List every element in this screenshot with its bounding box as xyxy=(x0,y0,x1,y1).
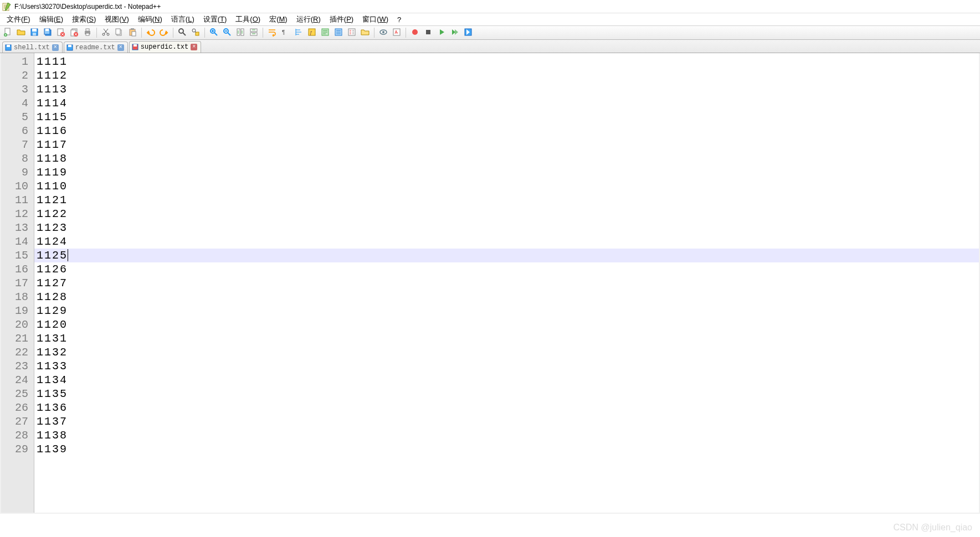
svg-rect-50 xyxy=(134,44,137,47)
disk-icon xyxy=(66,44,73,51)
svg-rect-20 xyxy=(116,29,120,34)
line-number: 20 xyxy=(1,318,28,332)
tab-readme-txt[interactable]: readme.txt× xyxy=(64,42,128,53)
text-line[interactable]: 1137 xyxy=(37,415,979,428)
text-line[interactable]: 1111 xyxy=(37,55,979,69)
tool-save-all[interactable] xyxy=(42,27,54,39)
text-line[interactable]: 1132 xyxy=(37,345,979,359)
text-line[interactable]: 1118 xyxy=(37,152,979,166)
menu-o[interactable]: 工具(O) xyxy=(231,14,265,25)
tool-play-macro[interactable] xyxy=(435,27,448,39)
line-number: 11 xyxy=(1,193,28,207)
text-line[interactable]: 1113 xyxy=(37,82,979,96)
menu-p[interactable]: 插件(P) xyxy=(325,14,358,25)
tool-paste[interactable] xyxy=(126,27,138,39)
menu-s[interactable]: 搜索(S) xyxy=(68,14,100,25)
tool-open[interactable] xyxy=(15,27,27,39)
text-line[interactable]: 1129 xyxy=(37,304,979,318)
menu-help[interactable]: ? xyxy=(393,15,406,24)
text-line[interactable]: 1115 xyxy=(37,110,979,124)
tool-sync-v[interactable] xyxy=(234,27,247,39)
text-line[interactable]: 1139 xyxy=(37,442,979,456)
editor[interactable]: 1234567891011121314151617181920212223242… xyxy=(1,53,979,513)
text-line[interactable]: 1123 xyxy=(37,221,979,235)
tool-show-all[interactable]: ¶ xyxy=(279,27,291,39)
line-number: 21 xyxy=(1,332,28,345)
tab-close-icon[interactable]: × xyxy=(191,44,197,50)
line-number: 26 xyxy=(1,401,28,415)
menu-w[interactable]: 窗口(W) xyxy=(358,14,393,25)
text-line[interactable]: 1120 xyxy=(37,318,979,332)
tab-close-icon[interactable]: × xyxy=(117,44,124,51)
tool-close[interactable] xyxy=(55,27,67,39)
tool-save-macro[interactable] xyxy=(462,27,474,39)
tool-close-all[interactable] xyxy=(68,27,80,39)
text-line[interactable]: 1114 xyxy=(37,96,979,110)
svg-rect-5 xyxy=(33,33,36,35)
tool-record-macro[interactable] xyxy=(409,27,421,39)
text-line[interactable]: 1136 xyxy=(37,401,979,415)
new-icon xyxy=(3,28,12,38)
menu-t[interactable]: 设置(T) xyxy=(199,14,232,25)
menu-e[interactable]: 编辑(E) xyxy=(35,14,68,25)
tool-redo[interactable] xyxy=(158,27,170,39)
text-line[interactable]: 1131 xyxy=(37,332,979,345)
tool-udf[interactable]: ƒ xyxy=(306,27,318,39)
tool-zoom-in[interactable] xyxy=(208,27,220,39)
text-line[interactable]: 1110 xyxy=(37,179,979,193)
tool-undo[interactable] xyxy=(145,27,157,39)
tool-new[interactable] xyxy=(2,27,14,39)
svg-rect-15 xyxy=(86,29,89,31)
tool-folder[interactable] xyxy=(359,27,371,39)
line-number: 18 xyxy=(1,290,28,304)
tool-replace[interactable] xyxy=(189,27,202,39)
tool-monitor[interactable] xyxy=(377,27,389,39)
print-icon xyxy=(83,28,92,38)
text-line[interactable]: 1119 xyxy=(37,166,979,179)
tab-label: superdic.txt xyxy=(141,43,188,51)
text-line[interactable]: 1128 xyxy=(37,290,979,304)
text-line[interactable]: 1127 xyxy=(37,276,979,290)
text-line[interactable]: 1133 xyxy=(37,359,979,373)
menu-m[interactable]: 宏(M) xyxy=(265,14,292,25)
tool-word-wrap[interactable] xyxy=(266,27,278,39)
text-line[interactable]: 1138 xyxy=(37,428,979,442)
tool-stop-macro[interactable] xyxy=(422,27,434,39)
tool-doc-map[interactable] xyxy=(319,27,331,39)
tool-copy[interactable] xyxy=(113,27,125,39)
tab-superdic-txt[interactable]: superdic.txt× xyxy=(129,41,201,53)
menu-l[interactable]: 语言(L) xyxy=(167,14,199,25)
text-line[interactable]: 1112 xyxy=(37,69,979,82)
text-line[interactable]: 1134 xyxy=(37,373,979,387)
text-line[interactable]: 1125 xyxy=(34,249,979,262)
svg-rect-22 xyxy=(131,28,134,30)
line-number: 2 xyxy=(1,69,28,82)
text-line[interactable]: 1117 xyxy=(37,138,979,152)
text-line[interactable]: 1135 xyxy=(37,387,979,401)
text-line[interactable]: 1124 xyxy=(37,235,979,249)
tab-close-icon[interactable]: × xyxy=(52,44,59,51)
text-line[interactable]: 1126 xyxy=(37,262,979,276)
text-area[interactable]: 1111111211131114111511161117111811191110… xyxy=(34,53,979,513)
tool-save[interactable] xyxy=(28,27,40,39)
tool-doc-list[interactable] xyxy=(332,27,345,39)
text-line[interactable]: 1116 xyxy=(37,124,979,138)
tool-sync-h[interactable] xyxy=(248,27,260,39)
tool-func-list[interactable] xyxy=(346,27,358,39)
tool-cut[interactable] xyxy=(100,27,112,39)
menu-v[interactable]: 视图(V) xyxy=(100,14,133,25)
tool-play-multi[interactable] xyxy=(449,27,461,39)
tool-indent-guide[interactable] xyxy=(293,27,305,39)
tab-shell-txt[interactable]: shell.txt× xyxy=(2,42,63,53)
text-line[interactable]: 1121 xyxy=(37,193,979,207)
tool-zoom-out[interactable] xyxy=(221,27,233,39)
line-number: 29 xyxy=(1,442,28,456)
tool-find[interactable] xyxy=(176,27,188,39)
tool-print[interactable] xyxy=(81,27,94,39)
menu-f[interactable]: 文件(F) xyxy=(2,14,35,25)
menu-r[interactable]: 运行(R) xyxy=(292,14,325,25)
tool-spell[interactable] xyxy=(391,27,403,39)
text-line[interactable]: 1122 xyxy=(37,207,979,221)
word-wrap-icon xyxy=(268,28,276,38)
menu-n[interactable]: 编码(N) xyxy=(134,14,167,25)
